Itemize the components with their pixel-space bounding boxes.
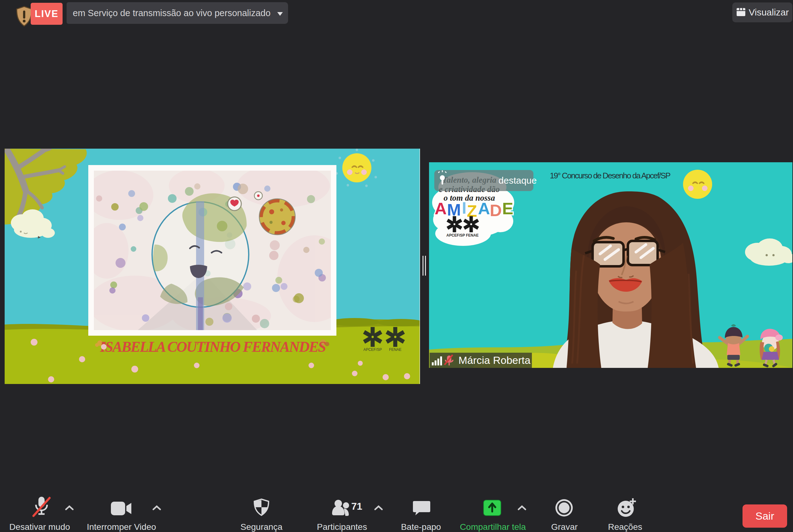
svg-text:71: 71: [351, 501, 362, 512]
svg-text:destaque: destaque: [498, 175, 536, 186]
svg-text:E: E: [502, 199, 513, 218]
svg-text:A: A: [478, 199, 490, 218]
svg-text:ISABELLA COUTINHO FERNANDES: ISABELLA COUTINHO FERNANDES: [100, 339, 326, 355]
svg-text:FENAE: FENAE: [389, 347, 401, 352]
svg-text:APCEF/SP: APCEF/SP: [363, 347, 382, 352]
svg-text:A: A: [435, 199, 447, 218]
svg-text:Márcia Roberta: Márcia Roberta: [458, 354, 531, 366]
svg-text:APCEF/SP FENAE: APCEF/SP FENAE: [446, 233, 478, 238]
svg-text:19° Concurso de Desenho da Apc: 19° Concurso de Desenho da Apcef/SP: [550, 171, 671, 180]
svg-text:I: I: [462, 198, 467, 217]
svg-text:D: D: [490, 201, 502, 220]
